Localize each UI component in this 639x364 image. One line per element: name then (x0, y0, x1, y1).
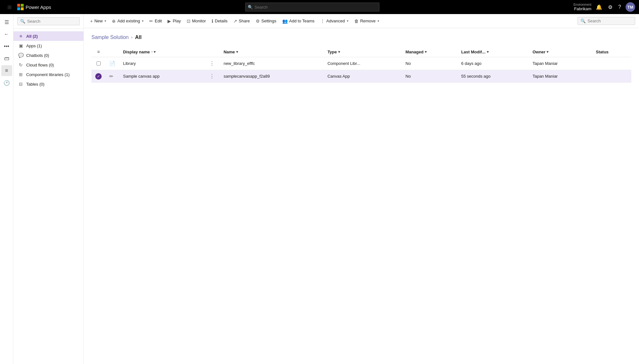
managed-sort-icon: ▾ (425, 50, 427, 54)
last-modified-column-header[interactable]: Last Modif... ▾ (457, 47, 529, 57)
toolbar-search-area: 🔍 (578, 17, 635, 25)
new-icon: + (90, 19, 93, 24)
recent-button[interactable]: 🕐 (1, 77, 12, 88)
row-actions-button[interactable]: ⋮ (208, 60, 216, 67)
select-all-column[interactable]: ≡ (91, 47, 105, 57)
icon-sidebar: ☰ ← ••• 🗃 ≡ 🕐 (0, 14, 13, 364)
row-actions-cell[interactable]: ⋮ (204, 70, 220, 83)
home-button[interactable]: ← (1, 29, 12, 40)
table-row[interactable]: ✓✏Sample canvas app⋮samplecanvasapp_f2a8… (91, 70, 631, 83)
row-actions-cell[interactable]: ⋮ (204, 57, 220, 70)
display-name-column-header[interactable]: Display name ↑ ▾ (119, 47, 204, 57)
type-cell: Component Libr... (323, 57, 401, 70)
share-icon: ↗ (233, 19, 237, 24)
remove-button[interactable]: 🗑 Remove ▾ (352, 17, 382, 25)
main-body: ☰ ← ••• 🗃 ≡ 🕐 🔍 ≡ All (2) ▣ Apps (1) 💬 (0, 14, 639, 364)
top-nav-left: ⊞ Power Apps (4, 2, 51, 12)
chatbots-icon: 💬 (18, 53, 24, 58)
apps-icon: ▣ (18, 43, 24, 48)
solutions-button[interactable]: 🗃 (1, 53, 12, 64)
add-existing-button[interactable]: ⊕ Add existing ▾ (109, 17, 146, 25)
type-cell: Canvas App (323, 70, 401, 83)
table-body: 📄Library⋮new_library_efffcComponent Libr… (91, 57, 631, 83)
help-button[interactable]: ? (617, 3, 622, 11)
details-icon: ℹ (212, 19, 213, 24)
settings-button[interactable]: ⚙ Settings (253, 17, 279, 25)
edit-button[interactable]: ✏ Edit (147, 17, 164, 25)
toolbar: + New ▾ ⊕ Add existing ▾ ✏ Edit ▶ Play ⊡… (84, 14, 639, 28)
settings-nav-button[interactable]: ⚙ (607, 3, 614, 12)
managed-cell: No (402, 70, 457, 83)
managed-column-header[interactable]: Managed ▾ (402, 47, 457, 57)
check-circle: ✓ (95, 73, 102, 80)
last-modified-sort-icon: ▾ (487, 50, 489, 54)
content-area: + New ▾ ⊕ Add existing ▾ ✏ Edit ▶ Play ⊡… (84, 14, 639, 364)
row-selector-cell[interactable]: ✓ (91, 70, 105, 83)
monitor-button[interactable]: ⊡ Monitor (184, 17, 208, 25)
breadcrumb-current: All (135, 35, 142, 40)
sidebar-item-cloud-flows[interactable]: ↻ Cloud flows (0) (13, 60, 83, 70)
monitor-icon: ⊡ (187, 19, 191, 24)
more-button[interactable]: ••• (1, 41, 12, 52)
owner-cell: Tapan Maniar (529, 70, 592, 83)
sidebar-item-apps[interactable]: ▣ Apps (1) (13, 41, 83, 50)
avatar[interactable]: TM (626, 2, 635, 12)
advanced-button[interactable]: ⋮ Advanced ▾ (318, 17, 351, 25)
sidebar-item-all[interactable]: ≡ All (2) (13, 31, 83, 41)
details-button[interactable]: ℹ Details (209, 17, 230, 25)
library-icon: 📄 (109, 61, 115, 66)
display-name-cell: Sample canvas app (119, 70, 204, 83)
breadcrumb-parent[interactable]: Sample Solution (91, 35, 129, 40)
type-sort-icon: ▾ (338, 50, 340, 54)
sidebar-item-tables[interactable]: ⊟ Tables (0) (13, 79, 83, 89)
waffle-menu-button[interactable]: ⊞ (4, 2, 15, 12)
name-sort-icon: ▾ (236, 50, 238, 54)
solution-items-button[interactable]: ≡ (1, 65, 12, 76)
top-search-icon: 🔍 (248, 5, 253, 10)
row-selector-cell[interactable] (91, 57, 105, 70)
advanced-chevron-icon: ▾ (347, 19, 348, 23)
sidebar-item-apps-label: Apps (1) (26, 43, 42, 48)
row-actions-button[interactable]: ⋮ (208, 73, 216, 80)
sidebar-search-area: 🔍 (13, 14, 83, 29)
play-button[interactable]: ▶ Play (165, 17, 183, 25)
notifications-button[interactable]: 🔔 (595, 3, 604, 12)
owner-column-header[interactable]: Owner ▾ (529, 47, 592, 57)
sidebar-item-all-label: All (2) (26, 34, 38, 39)
new-button[interactable]: + New ▾ (88, 17, 109, 25)
sidebar-search-icon: 🔍 (20, 19, 25, 24)
left-sidebar: 🔍 ≡ All (2) ▣ Apps (1) 💬 Chatbots (0) ↻ … (13, 14, 84, 364)
remove-icon: 🗑 (354, 19, 359, 24)
table-row[interactable]: 📄Library⋮new_library_efffcComponent Libr… (91, 57, 631, 70)
toolbar-search-icon: 🔍 (581, 19, 586, 23)
environment-info: Environment Fabrikam (573, 3, 591, 11)
microsoft-logo: Power Apps (17, 4, 51, 10)
last-modified-cell: 55 seconds ago (457, 70, 529, 83)
top-navigation: ⊞ Power Apps 🔍 Environment Fabrikam 🔔 ⚙ … (0, 0, 639, 14)
row-actions-column-header (204, 47, 220, 57)
name-column-header[interactable]: Name ▾ (220, 47, 323, 57)
advanced-icon: ⋮ (320, 19, 325, 24)
share-button[interactable]: ↗ Share (231, 17, 253, 25)
display-name-cell: Library (119, 57, 204, 70)
sidebar-search-wrap: 🔍 (17, 17, 80, 25)
type-column-header[interactable]: Type ▾ (323, 47, 401, 57)
sidebar-search-input[interactable] (27, 19, 77, 24)
sidebar-collapse-button[interactable]: ☰ (1, 17, 12, 27)
toolbar-search-input[interactable] (588, 19, 632, 23)
status-cell (592, 70, 631, 83)
add-to-teams-button[interactable]: 👥 Add to Teams (280, 17, 317, 25)
row-icon-cell: 📄 (105, 57, 119, 70)
top-search-input[interactable] (245, 3, 379, 12)
edit-icon: ✏ (149, 19, 153, 24)
sidebar-item-chatbots[interactable]: 💬 Chatbots (0) (13, 50, 83, 60)
icon-column-header (105, 47, 119, 57)
sidebar-item-component-libraries[interactable]: ⊞ Component libraries (1) (13, 70, 83, 79)
component-libraries-icon: ⊞ (18, 72, 24, 77)
row-icon-cell: ✏ (105, 70, 119, 83)
row-checkbox[interactable] (97, 61, 101, 66)
tables-icon: ⊟ (18, 81, 24, 87)
new-chevron-icon: ▾ (105, 19, 106, 23)
sidebar-item-cloud-flows-label: Cloud flows (0) (26, 63, 54, 67)
remove-chevron-icon: ▾ (378, 19, 379, 23)
